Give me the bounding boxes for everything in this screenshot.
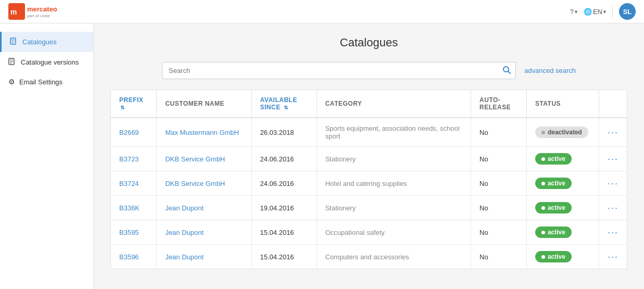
table-row: B3724 DKB Service GmbH 24.06.2016 Hotel …: [111, 171, 627, 196]
row-actions-button-2[interactable]: ···: [608, 178, 618, 189]
col-header-prefix[interactable]: PREFIX ⇅: [111, 90, 157, 118]
cell-actions-4: ···: [599, 220, 627, 245]
cell-prefix-4: B3595: [111, 220, 157, 245]
cell-prefix-5: B3596: [111, 245, 157, 269]
prefix-link-0[interactable]: B2669: [119, 129, 139, 136]
search-button[interactable]: [502, 66, 511, 76]
search-icon: [502, 66, 511, 74]
status-dot-5: [541, 255, 545, 259]
cell-status-0: deactivated: [526, 118, 599, 147]
sidebar-item-catalogue-versions[interactable]: Catalogue versions: [0, 52, 93, 72]
sidebar: Catalogues Catalogue versions ⚙ Email Se…: [0, 23, 94, 289]
cell-date-3: 19.04.2016: [251, 196, 317, 220]
sort-arrow-prefix: ⇅: [120, 105, 125, 110]
cell-prefix-3: B336K: [111, 196, 157, 220]
prefix-link-2[interactable]: B3724: [119, 180, 139, 187]
cell-category-2: Hotel and catering supplies: [317, 171, 471, 196]
email-settings-icon: ⚙: [8, 78, 15, 86]
cell-autorelease-1: No: [471, 147, 527, 171]
topnav-right: ? ▾ 🌐 EN ▾ SL: [570, 3, 636, 20]
table-row: B3723 DKB Service GmbH 24.06.2016 Statio…: [111, 147, 627, 171]
table-header: PREFIX ⇅ CUSTOMER NAME AVAILABLE SINCE ⇅…: [111, 90, 627, 118]
row-actions-button-3[interactable]: ···: [608, 203, 618, 213]
cell-autorelease-5: No: [471, 245, 527, 269]
search-input[interactable]: [162, 62, 516, 79]
cell-actions-5: ···: [599, 245, 627, 269]
svg-text:mercateo: mercateo: [27, 5, 57, 13]
svg-text:part of Unite: part of Unite: [27, 14, 50, 18]
table-row: B2669 Max Mustermann GmbH 26.03.2018 Spo…: [111, 118, 627, 147]
search-wrapper: [162, 62, 516, 79]
cell-status-3: active: [526, 196, 599, 220]
globe-icon: 🌐: [584, 8, 592, 16]
status-badge-2: active: [535, 178, 572, 189]
cell-category-0: Sports equipment, association needs, sch…: [317, 118, 471, 147]
cell-date-5: 15.04.2016: [251, 245, 317, 269]
status-label-2: active: [548, 180, 565, 187]
status-label-4: active: [548, 229, 565, 236]
status-dot-2: [541, 182, 545, 185]
prefix-link-1[interactable]: B3723: [119, 155, 139, 163]
cell-customer-3: Jean Dupont: [157, 196, 251, 220]
row-actions-button-5[interactable]: ···: [608, 252, 618, 262]
advanced-search-link[interactable]: advanced search: [524, 67, 576, 74]
help-button[interactable]: ? ▾: [570, 8, 577, 16]
table-row: B3596 Jean Dupont 15.04.2016 Computers a…: [111, 245, 627, 269]
col-header-actions: [599, 90, 627, 118]
col-header-available-since[interactable]: AVAILABLE SINCE ⇅: [251, 90, 317, 118]
cell-autorelease-0: No: [471, 118, 527, 147]
prefix-link-5[interactable]: B3596: [119, 253, 139, 261]
cell-customer-0: Max Mustermann GmbH: [157, 118, 251, 147]
row-actions-button-0[interactable]: ···: [608, 127, 618, 138]
nav-divider: [612, 5, 613, 18]
col-header-status: STATUS: [526, 90, 599, 118]
cell-autorelease-4: No: [471, 220, 527, 245]
customer-link-0[interactable]: Max Mustermann GmbH: [165, 129, 239, 136]
sort-arrow-date: ⇅: [284, 105, 288, 110]
cell-category-1: Stationery: [317, 147, 471, 171]
col-header-customer: CUSTOMER NAME: [157, 90, 251, 118]
sidebar-item-catalogues[interactable]: Catalogues: [0, 32, 93, 52]
logo: m mercateo part of Unite: [8, 3, 66, 20]
col-header-auto-release: AUTO-RELEASE: [471, 90, 527, 118]
status-badge-4: active: [535, 227, 572, 238]
language-button[interactable]: 🌐 EN ▾: [584, 8, 606, 16]
row-actions-button-1[interactable]: ···: [608, 154, 618, 165]
table-row: B336K Jean Dupont 19.04.2016 Stationery …: [111, 196, 627, 220]
cell-customer-5: Jean Dupont: [157, 245, 251, 269]
help-chevron: ▾: [575, 9, 577, 15]
cell-prefix-0: B2669: [111, 118, 157, 147]
cell-date-0: 26.03.2018: [251, 118, 317, 147]
customer-link-2[interactable]: DKB Service GmbH: [165, 180, 225, 187]
customer-link-1[interactable]: DKB Service GmbH: [165, 155, 225, 163]
status-label-5: active: [548, 253, 565, 260]
status-badge-1: active: [535, 153, 572, 165]
cell-actions-3: ···: [599, 196, 627, 220]
topnav: m mercateo part of Unite ? ▾ 🌐 EN ▾ SL: [0, 0, 644, 23]
sidebar-item-email-settings[interactable]: ⚙ Email Settings: [0, 72, 93, 91]
status-dot-1: [541, 157, 545, 161]
user-avatar[interactable]: SL: [619, 3, 636, 20]
status-dot-0: [541, 131, 545, 134]
customer-link-5[interactable]: Jean Dupont: [165, 253, 204, 261]
cell-date-2: 24.06.2016: [251, 171, 317, 196]
page-title: Catalogues: [110, 36, 627, 49]
cell-customer-4: Jean Dupont: [157, 220, 251, 245]
row-actions-button-4[interactable]: ···: [608, 227, 618, 238]
prefix-link-4[interactable]: B3595: [119, 229, 139, 236]
status-label-0: deactivated: [548, 129, 582, 136]
status-badge-0: deactivated: [535, 127, 588, 138]
catalogues-icon: [10, 37, 18, 47]
catalogues-table-container: PREFIX ⇅ CUSTOMER NAME AVAILABLE SINCE ⇅…: [110, 90, 627, 269]
customer-link-3[interactable]: Jean Dupont: [165, 204, 204, 212]
prefix-link-3[interactable]: B336K: [119, 204, 140, 212]
sidebar-item-email-settings-label: Email Settings: [19, 78, 62, 86]
status-dot-4: [541, 231, 545, 234]
cell-category-3: Stationery: [317, 196, 471, 220]
status-label-1: active: [548, 155, 565, 162]
lang-label: EN: [593, 8, 602, 16]
cell-autorelease-2: No: [471, 171, 527, 196]
main-content: Catalogues advanced search: [94, 23, 644, 289]
cell-status-1: active: [526, 147, 599, 171]
customer-link-4[interactable]: Jean Dupont: [165, 229, 204, 236]
